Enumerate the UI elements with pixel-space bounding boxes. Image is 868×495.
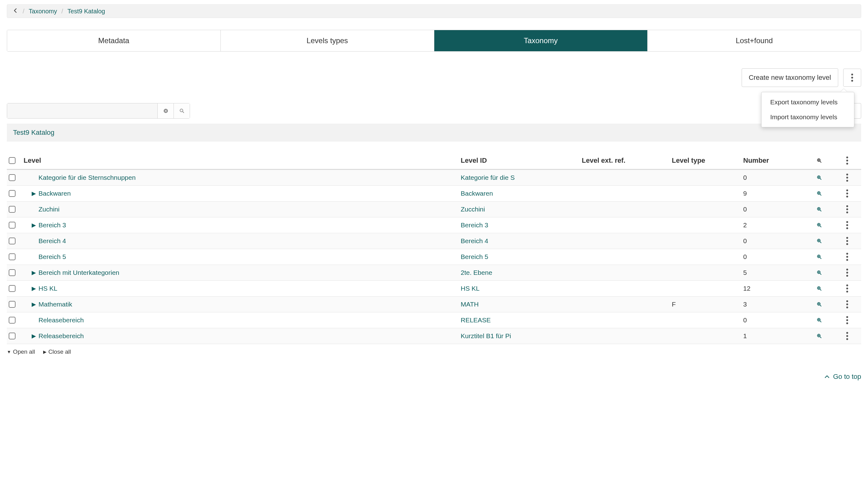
- clear-search-button[interactable]: [157, 103, 174, 118]
- level-id: Kategorie für die S: [461, 174, 582, 181]
- level-link[interactable]: Zuchini: [38, 206, 59, 213]
- tab-metadata[interactable]: Metadata: [7, 30, 221, 51]
- row-checkbox[interactable]: [9, 238, 16, 244]
- row-actions-button[interactable]: [833, 205, 861, 214]
- row-zoom-button[interactable]: [805, 270, 833, 275]
- expand-caret[interactable]: ▶: [32, 222, 36, 228]
- kebab-icon: [851, 73, 853, 82]
- chevron-up-icon: [824, 374, 830, 379]
- row-zoom-button[interactable]: [805, 333, 833, 339]
- row-zoom-button[interactable]: [805, 175, 833, 181]
- row-zoom-button[interactable]: [805, 302, 833, 307]
- catalog-title: Test9 Katalog: [7, 124, 861, 142]
- level-number: 1: [743, 332, 805, 340]
- row-checkbox[interactable]: [9, 206, 16, 213]
- row-actions-button[interactable]: [833, 269, 861, 277]
- expand-caret[interactable]: ▶: [32, 269, 36, 276]
- zoom-in-icon: [816, 318, 822, 323]
- kebab-icon: [846, 156, 848, 165]
- row-zoom-button[interactable]: [805, 222, 833, 228]
- row-zoom-button[interactable]: [805, 238, 833, 244]
- zoom-in-icon: [816, 191, 822, 196]
- row-checkbox[interactable]: [9, 317, 16, 324]
- row-actions-button[interactable]: [833, 237, 861, 245]
- level-link[interactable]: Kategorie für die Sternschnuppen: [38, 174, 136, 181]
- level-link[interactable]: Backwaren: [38, 190, 71, 197]
- row-actions-button[interactable]: [833, 189, 861, 198]
- zoom-in-icon: [816, 175, 822, 181]
- taxonomy-table: Level Level ID Level ext. ref. Level typ…: [7, 153, 861, 344]
- kebab-icon: [846, 221, 848, 229]
- row-zoom-button[interactable]: [805, 318, 833, 323]
- tab-taxonomy[interactable]: Taxonomy: [434, 30, 648, 51]
- zoom-in-icon: [816, 270, 822, 275]
- row-actions-button[interactable]: [833, 174, 861, 182]
- zoom-in-icon: [816, 333, 822, 339]
- expand-caret[interactable]: ▶: [32, 190, 36, 197]
- select-all-checkbox[interactable]: [9, 157, 16, 164]
- tab-lost-found[interactable]: Lost+found: [647, 30, 861, 51]
- main-tabs: Metadata Levels types Taxonomy Lost+foun…: [7, 30, 861, 52]
- breadcrumb-item-taxonomy[interactable]: Taxonomy: [29, 8, 57, 15]
- row-actions-button[interactable]: [833, 300, 861, 308]
- col-level-ext-ref: Level ext. ref.: [582, 156, 672, 165]
- popover-caret: [841, 89, 847, 92]
- search-input[interactable]: [7, 103, 157, 118]
- level-link[interactable]: HS KL: [38, 285, 57, 292]
- open-all-label: Open all: [13, 348, 35, 355]
- tab-levels-types[interactable]: Levels types: [221, 30, 434, 51]
- row-checkbox[interactable]: [9, 174, 16, 181]
- expand-caret[interactable]: ▶: [32, 301, 36, 308]
- create-taxonomy-level-button[interactable]: Create new taxonomy level: [742, 68, 838, 87]
- col-level-type: Level type: [672, 156, 743, 165]
- level-number: 2: [743, 221, 805, 229]
- level-id: Bereich 5: [461, 253, 582, 260]
- row-checkbox[interactable]: [9, 269, 16, 276]
- breadcrumb-back[interactable]: [13, 7, 18, 15]
- level-link[interactable]: Mathematik: [38, 301, 72, 308]
- expand-caret[interactable]: ▶: [32, 285, 36, 292]
- run-search-button[interactable]: [174, 103, 190, 118]
- row-checkbox[interactable]: [9, 222, 16, 228]
- row-zoom-button[interactable]: [805, 206, 833, 212]
- level-type: F: [672, 301, 743, 308]
- more-actions-menu: Export taxonomy levels Import taxonomy l…: [761, 92, 854, 127]
- row-zoom-button[interactable]: [805, 191, 833, 196]
- kebab-icon: [846, 237, 848, 245]
- level-link[interactable]: Bereich 4: [38, 237, 66, 245]
- row-actions-button[interactable]: [833, 221, 861, 229]
- level-id: Bereich 4: [461, 237, 582, 245]
- row-checkbox[interactable]: [9, 285, 16, 292]
- close-all-link[interactable]: ▶Close all: [43, 348, 71, 355]
- zoom-in-icon: [816, 238, 822, 244]
- open-all-link[interactable]: ▼Open all: [7, 348, 35, 355]
- search-row: [7, 103, 861, 119]
- level-link[interactable]: Releasebereich: [38, 332, 84, 340]
- row-zoom-button[interactable]: [805, 286, 833, 291]
- row-checkbox[interactable]: [9, 190, 16, 197]
- row-zoom-button[interactable]: [805, 254, 833, 260]
- level-link[interactable]: Bereich 5: [38, 253, 66, 260]
- search-icon: [179, 108, 185, 114]
- level-link[interactable]: Bereich mit Unterkategorien: [38, 269, 119, 276]
- menu-item-import-levels[interactable]: Import taxonomy levels: [762, 109, 854, 124]
- zoom-in-icon: [816, 254, 822, 260]
- go-to-top-link[interactable]: Go to top: [7, 373, 861, 381]
- row-checkbox[interactable]: [9, 301, 16, 308]
- row-actions-button[interactable]: [833, 253, 861, 261]
- row-actions-button[interactable]: [833, 316, 861, 324]
- level-link[interactable]: Bereich 3: [38, 221, 66, 229]
- zoom-in-icon: [816, 206, 822, 212]
- row-checkbox[interactable]: [9, 253, 16, 260]
- menu-item-export-levels[interactable]: Export taxonomy levels: [762, 95, 854, 109]
- col-level-id: Level ID: [461, 156, 582, 165]
- expand-caret[interactable]: ▶: [32, 332, 36, 339]
- zoom-in-icon: [816, 158, 822, 163]
- breadcrumb-item-catalog[interactable]: Test9 Katalog: [67, 8, 105, 15]
- row-actions-button[interactable]: [833, 285, 861, 292]
- level-link[interactable]: Releasebereich: [38, 317, 84, 324]
- row-checkbox[interactable]: [9, 332, 16, 339]
- row-actions-button[interactable]: [833, 332, 861, 340]
- kebab-icon: [846, 269, 848, 277]
- more-actions-button[interactable]: [843, 69, 861, 87]
